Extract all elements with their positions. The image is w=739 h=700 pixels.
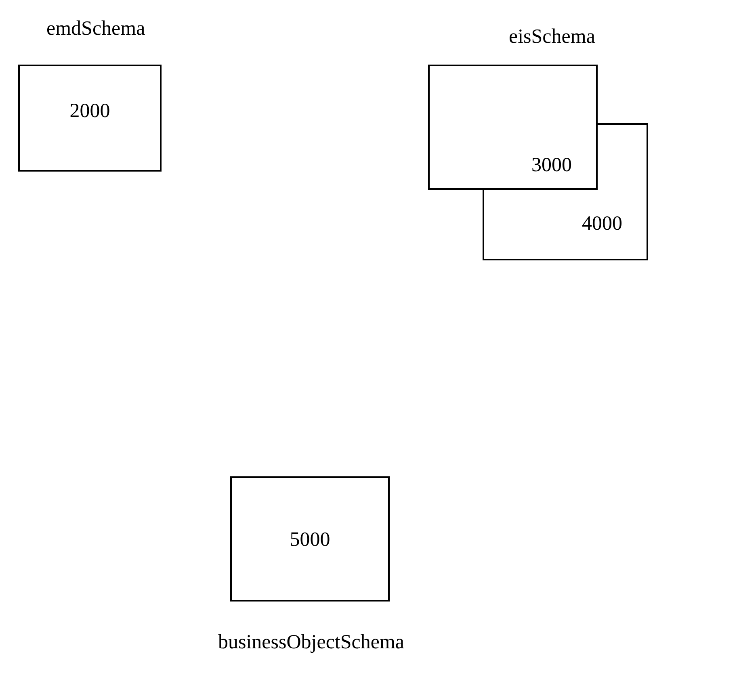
box-3000: 3000 [428,65,598,190]
box-3000-value: 3000 [531,153,572,176]
business-object-schema-label: businessObjectSchema [218,630,404,653]
box-5000: 5000 [230,476,390,601]
emd-schema-label: emdSchema [46,16,145,40]
box-2000: 2000 [18,65,162,172]
eis-schema-label: eisSchema [509,24,595,48]
box-2000-value: 2000 [70,99,110,122]
box-4000-value: 4000 [582,211,622,235]
box-5000-value: 5000 [290,527,330,551]
